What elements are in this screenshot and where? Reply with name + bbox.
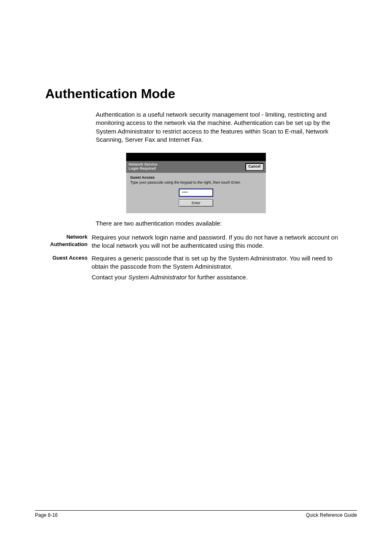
passcode-instruction: Type your passcode using the keypad to t…: [130, 180, 262, 184]
footer-page-number: Page 8-16: [35, 512, 58, 518]
passcode-input[interactable]: ****: [179, 189, 213, 197]
network-auth-label-line1: Network: [67, 234, 88, 240]
footer-guide-title: Quick Reference Guide: [306, 512, 357, 518]
guest-access-def-label: Guest Access: [35, 254, 92, 262]
network-auth-label: Network Authentication: [35, 233, 92, 248]
network-auth-row: Network Authentication Requires your net…: [35, 233, 357, 250]
enter-button[interactable]: Enter: [179, 199, 213, 207]
network-auth-label-line2: Authentication: [50, 241, 88, 247]
modes-available-text: There are two authentication modes avail…: [96, 219, 345, 228]
page-heading: Authentication Mode: [45, 86, 357, 101]
guest-access-row: Guest Access Requires a generic passcode…: [35, 254, 357, 284]
screenshot-titlebar: Network Service Login Required Cancel: [126, 161, 266, 173]
screenshot-body: Guest Access Type your passcode using th…: [126, 173, 266, 213]
system-admin-em: System Administrator: [128, 274, 187, 281]
contact-pre: Contact your: [92, 274, 128, 281]
auth-screenshot: Network Service Login Required Cancel Gu…: [126, 153, 266, 213]
guest-access-body: Requires a generic passcode that is set …: [92, 254, 345, 284]
screenshot-top-bar: [126, 153, 266, 161]
intro-paragraph: Authentication is a useful network secur…: [96, 111, 345, 144]
network-auth-body: Requires your network login name and pas…: [92, 233, 345, 250]
contact-post: for further assistance.: [187, 274, 247, 281]
guest-access-body-p1: Requires a generic passcode that is set …: [92, 254, 345, 271]
guest-access-label: Guest Access: [130, 175, 262, 180]
page-footer: Page 8-16 Quick Reference Guide: [35, 510, 357, 518]
screenshot-title-line2: Login Required: [129, 167, 157, 171]
guest-access-body-p2: Contact your System Administrator for fu…: [92, 273, 345, 281]
cancel-button[interactable]: Cancel: [245, 163, 263, 170]
